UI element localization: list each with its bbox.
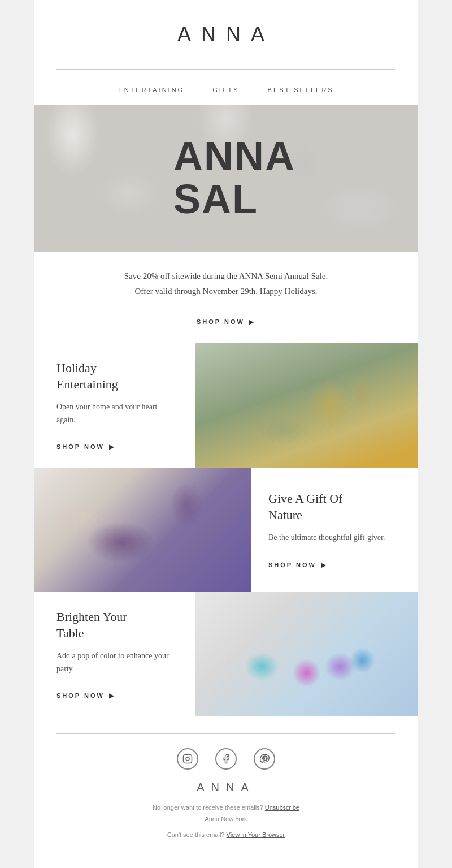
section-brighten: Brighten YourTable Add a pop of color to… (34, 592, 418, 716)
main-shop-now-button[interactable]: SHOP NOW ▶ (197, 318, 255, 325)
instagram-icon[interactable] (177, 748, 198, 770)
promo-line2: Offer valid through November 29th. Happy… (135, 287, 318, 296)
svg-point-2 (189, 756, 190, 757)
gifts-image (34, 468, 251, 592)
nav-item-gifts[interactable]: GIFTS (212, 87, 239, 93)
gifts-title: Give A Gift OfNature (268, 491, 401, 523)
gifts-shop-now-arrow: ▶ (321, 562, 327, 569)
promo-text: Save 20% off sitewide during the ANNA Se… (34, 252, 418, 305)
section-gifts: Give A Gift OfNature Be the ultimate tho… (34, 468, 418, 592)
footer-unsubscribe: No longer want to receive these emails? … (34, 802, 418, 825)
navigation: ENTERTAINING GIFTS BEST SELLERS (34, 81, 418, 105)
gifts-shop-now-label: SHOP NOW (268, 562, 316, 568)
promo-line1: Save 20% off sitewide during the ANNA Se… (124, 271, 328, 280)
footer-logo: ANNA (34, 781, 418, 794)
unsubscribe-link[interactable]: Unsubscribe (265, 804, 299, 811)
entertaining-shop-now-button[interactable]: SHOP NOW ▶ (56, 443, 178, 451)
gifts-desc: Be the ultimate thoughtful gift-giver. (268, 532, 401, 544)
nav-item-entertaining[interactable]: ENTERTAINING (118, 87, 184, 93)
section-entertaining: HolidayEntertaining Open your home and y… (34, 343, 418, 468)
footer-divider (56, 733, 395, 734)
nav-item-best-sellers[interactable]: BEST SELLERS (268, 87, 334, 93)
svg-point-1 (186, 757, 189, 761)
footer-address: Anna New York (205, 815, 247, 822)
browser-link[interactable]: View in Your Browser (227, 831, 285, 838)
brighten-desc: Add a pop of color to enhance your party… (56, 650, 178, 675)
logo[interactable]: ANNA (34, 23, 418, 46)
unsubscribe-text: No longer want to receive these emails? (153, 804, 263, 811)
entertaining-shop-now-label: SHOP NOW (56, 443, 105, 450)
footer-browser: Can't see this email? View in Your Brows… (34, 830, 418, 841)
entertaining-image-col (195, 343, 418, 468)
brighten-shop-now-button[interactable]: SHOP NOW ▶ (56, 692, 178, 699)
svg-rect-0 (184, 755, 192, 763)
main-shop-now-container: SHOP NOW ▶ (34, 305, 418, 343)
hero-text: ANNA SAL (157, 135, 295, 221)
brighten-shop-now-label: SHOP NOW (56, 692, 105, 699)
brighten-image-col (195, 592, 418, 716)
brighten-shop-now-arrow: ▶ (109, 692, 115, 699)
main-shop-now-arrow: ▶ (249, 319, 255, 325)
brighten-image (195, 592, 418, 716)
entertaining-title: HolidayEntertaining (56, 360, 178, 392)
entertaining-desc: Open your home and your heart again. (56, 401, 178, 426)
entertaining-text-col: HolidayEntertaining Open your home and y… (34, 343, 195, 468)
brighten-text-col: Brighten YourTable Add a pop of color to… (34, 592, 195, 716)
brighten-title: Brighten YourTable (56, 609, 178, 641)
header-divider (56, 69, 395, 70)
browser-text: Can't see this email? (167, 831, 225, 838)
pinterest-icon[interactable] (254, 748, 275, 770)
hero-title-line2: SAL (173, 178, 295, 221)
social-icons (34, 748, 418, 770)
main-shop-now-label: SHOP NOW (197, 318, 245, 325)
gifts-shop-now-button[interactable]: SHOP NOW ▶ (268, 562, 401, 569)
entertaining-image (195, 343, 418, 468)
hero-banner: ANNA SAL (34, 105, 418, 252)
hero-title-line1: ANNA (173, 135, 295, 178)
facebook-icon[interactable] (215, 748, 237, 770)
entertaining-shop-now-arrow: ▶ (109, 443, 115, 451)
gifts-text-col: Give A Gift OfNature Be the ultimate tho… (251, 468, 418, 592)
gifts-image-col (34, 468, 251, 592)
header: ANNA (34, 0, 418, 58)
